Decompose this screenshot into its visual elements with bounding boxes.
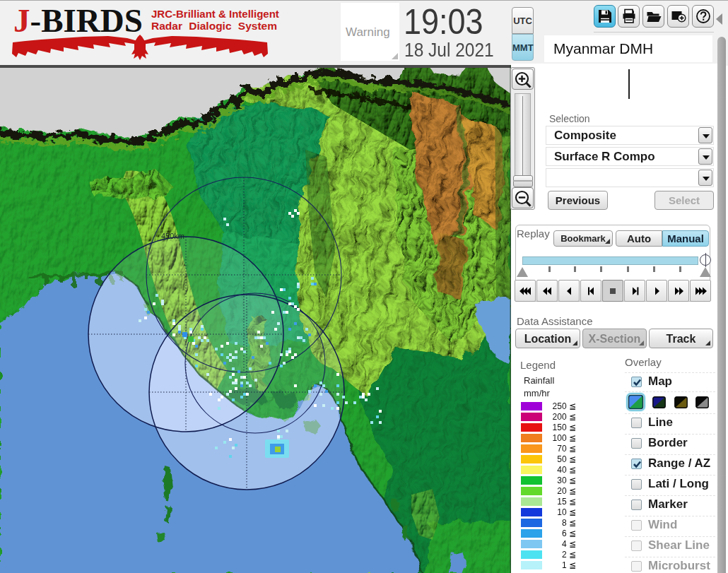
svg-text:450km: 450km <box>161 232 184 240</box>
